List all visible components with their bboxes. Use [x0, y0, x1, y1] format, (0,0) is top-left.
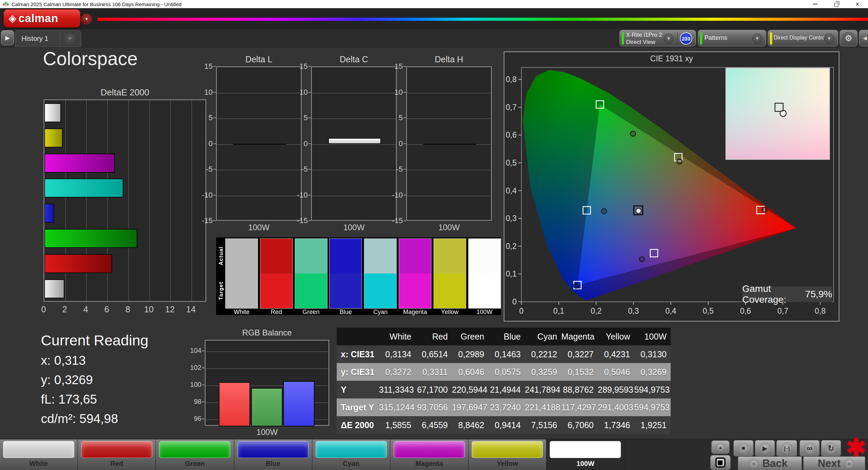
cie-measured-magenta: [639, 256, 644, 262]
meter-connection-button[interactable]: X-Rite i1Pro 2 Direct View ▼ 233: [620, 30, 696, 46]
pattern-button-magenta[interactable]: Magenta: [391, 439, 469, 470]
pattern-button-white[interactable]: White: [0, 439, 78, 470]
delta-tick-mark: [308, 118, 311, 118]
table-header-white: White: [379, 328, 415, 345]
swatch-label: Blue: [330, 309, 362, 316]
add-tab-button[interactable]: +: [64, 33, 76, 45]
cie-chromaticity-diagram: 00,10,20,30,40,50,60,70,800,10,20,30,40,…: [504, 52, 839, 321]
table-row-label: x: CIE31: [337, 345, 379, 363]
continuous-measure-button[interactable]: ∞: [800, 440, 820, 456]
deltae-bar-green: [44, 229, 137, 248]
table-header-blue: Blue: [488, 328, 525, 345]
pattern-patch: [550, 441, 621, 458]
delta-tick-mark: [403, 169, 406, 170]
close-button[interactable]: ×: [847, 0, 868, 8]
rgb-bar-red: [219, 382, 250, 426]
svg-text:0,7: 0,7: [506, 103, 517, 112]
delta-chart-plot: [216, 66, 302, 221]
table-header-red: Red: [415, 328, 452, 345]
table-value: 1,5855: [379, 416, 415, 434]
restore-button[interactable]: [826, 0, 847, 8]
pattern-button-100w[interactable]: 100W: [547, 439, 625, 470]
page-title: Colorspace: [43, 48, 138, 69]
meter-dropdown-icon[interactable]: ▼: [664, 33, 674, 44]
swatch-label: White: [226, 309, 258, 316]
delta-chart-plot: [311, 66, 397, 221]
measure-series-button[interactable]: [··]: [776, 440, 797, 456]
swatch-label: Magenta: [399, 309, 431, 316]
delta-gridline: [312, 144, 396, 145]
infinity-icon: ∞: [807, 443, 812, 453]
deltae-tick-label: 0: [37, 304, 50, 315]
display-control-button[interactable]: Direct Display Control ▼: [768, 30, 838, 46]
refresh-button[interactable]: ↻: [821, 440, 841, 456]
deltae-bar-blue: [44, 204, 54, 223]
pattern-button-green[interactable]: Green: [156, 439, 234, 470]
calman-diamond-icon: ◈: [9, 13, 16, 24]
swatch-column-red: [260, 239, 292, 308]
delta-chart-delta-h: Delta H151050-5-10-15100W: [389, 54, 493, 245]
settings-button[interactable]: ⚙: [840, 30, 857, 46]
table-value: 0,3134: [379, 345, 415, 363]
pattern-button-red[interactable]: Red: [78, 439, 156, 470]
pattern-patch: [159, 441, 230, 458]
pattern-window-button[interactable]: [710, 455, 731, 470]
history-scroll-button[interactable]: ▶: [1, 30, 14, 45]
table-value: 88,8762: [561, 381, 598, 398]
table-value: 0,2989: [452, 345, 488, 363]
delta-tick-mark: [213, 92, 216, 93]
swatch-target: [295, 273, 327, 308]
delta-tick-mark: [213, 169, 216, 170]
patterns-dropdown-icon[interactable]: ▼: [752, 33, 762, 44]
swatch-label: Cyan: [364, 309, 396, 316]
svg-text:0,5: 0,5: [506, 158, 517, 167]
pattern-label: White: [0, 460, 77, 468]
pattern-button-cyan[interactable]: Cyan: [313, 439, 391, 470]
play-button[interactable]: ▶: [755, 440, 775, 456]
delta-xlabel: 100W: [216, 223, 302, 232]
delta-tick-mark: [213, 118, 216, 118]
delta-tick-mark: [308, 220, 311, 221]
display-control-dropdown-icon[interactable]: ▼: [824, 33, 834, 44]
delta-gridline: [312, 119, 396, 119]
chevron-down-icon: ▼: [667, 36, 671, 41]
table-value: 0,6046: [452, 363, 488, 381]
deltae-tick-label: 6: [100, 304, 113, 315]
delta-tick-mark: [308, 92, 311, 93]
svg-text:0,4: 0,4: [665, 307, 676, 315]
patterns-button[interactable]: Patterns ▼: [698, 30, 766, 46]
pattern-button-yellow[interactable]: Yellow: [469, 439, 547, 470]
table-value: 7,5156: [525, 416, 561, 434]
calman-menu-button[interactable]: ◈ calman: [3, 9, 80, 28]
stop-button[interactable]: ■: [733, 440, 753, 456]
pattern-button-blue[interactable]: Blue: [234, 439, 313, 470]
rgb-gridline: [205, 351, 329, 352]
delta-chart-delta-c: Delta C151050-5-10-15100W: [293, 54, 398, 245]
delta-gridline: [217, 196, 301, 196]
measurement-table: WhiteRedGreenBlueCyanMagentaYellow100Wx:…: [337, 328, 671, 434]
rgb-balance-plot: [205, 340, 329, 426]
delta-tick-mark: [213, 220, 216, 221]
pattern-window-up-button[interactable]: ▲: [711, 440, 730, 454]
table-value: 311,3343: [379, 381, 415, 398]
deltae-bar-red: [44, 254, 112, 273]
collapse-panel-button[interactable]: ◀: [859, 30, 868, 46]
rgb-tick-label: 102: [186, 364, 201, 372]
deltae-bar-100w: [44, 279, 64, 298]
delta-tick-label: -10: [198, 191, 213, 199]
swatch-label: Yellow: [434, 309, 466, 316]
svg-text:0,4: 0,4: [506, 186, 517, 195]
pattern-patch: [3, 441, 74, 458]
minimize-button[interactable]: [805, 0, 826, 8]
calman-logo-text: calman: [18, 12, 58, 25]
swatch-label: Red: [260, 309, 292, 316]
swatch-column-cyan: [364, 239, 396, 308]
back-button[interactable]: « Back: [738, 456, 802, 470]
calman-menu-dropdown-button[interactable]: ▼: [81, 14, 92, 25]
deltae-gridline: [150, 100, 150, 301]
tab-history-1[interactable]: History 1 +: [15, 30, 81, 47]
table-value: 21,4944: [488, 381, 525, 398]
svg-text:0,6: 0,6: [740, 307, 751, 315]
rgb-bar-green: [251, 388, 283, 426]
delta-gridline: [217, 93, 301, 93]
